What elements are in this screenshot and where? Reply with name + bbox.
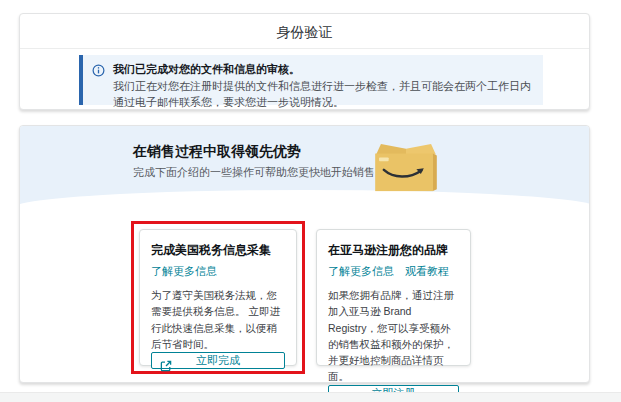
task-links: 了解更多信息: [151, 264, 285, 279]
getting-started-card: 在销售过程中取得领先优势 完成下面介绍的一些操作可帮助您更快地开始销售。 完成美…: [19, 125, 590, 383]
page-background-strip: [0, 392, 621, 402]
task-card-brand: 在亚马逊注册您的品牌 了解更多信息 观看教程 如果您拥有品牌，通过注册加入亚马逊…: [316, 229, 471, 366]
watch-tutorial-link[interactable]: 观看教程: [405, 264, 449, 279]
alert-body: 我们正在对您在注册时提供的文件和信息进行进一步检查，并且可能会在两个工作日内通过…: [113, 79, 533, 111]
page-title: 身份验证: [20, 14, 589, 49]
section-subtitle: 完成下面介绍的一些操作可帮助您更快地开始销售。: [133, 165, 386, 180]
info-icon: [92, 63, 105, 105]
alert-content: 我们已完成对您的文件和信息的审核。 我们正在对您在注册时提供的文件和信息进行进一…: [113, 62, 533, 105]
complete-now-button[interactable]: 立即完成: [151, 352, 285, 369]
task-card-body: 如果您拥有品牌，通过注册加入亚马逊 Brand Registry，您可以享受额外…: [328, 287, 459, 385]
section-title: 在销售过程中取得领先优势: [133, 143, 301, 161]
identity-verification-card: 身份验证 我们已完成对您的文件和信息的审核。 我们正在对您在注册时提供的文件和信…: [19, 13, 590, 110]
info-alert: 我们已完成对您的文件和信息的审核。 我们正在对您在注册时提供的文件和信息进行进一…: [79, 55, 543, 105]
alert-heading: 我们已完成对您的文件和信息的审核。: [113, 62, 533, 77]
amazon-box-icon: [369, 142, 443, 194]
learn-more-link[interactable]: 了解更多信息: [328, 264, 394, 279]
learn-more-link[interactable]: 了解更多信息: [151, 264, 217, 279]
button-label: 立即完成: [196, 353, 240, 368]
task-card-title: 在亚马逊注册您的品牌: [328, 242, 459, 259]
highlight-border: 完成美国税务信息采集 了解更多信息 为了遵守美国税务法规，您需要提供税务信息。 …: [131, 221, 305, 374]
task-card-body: 为了遵守美国税务法规，您需要提供税务信息。 立即进行此快速信息采集，以便稍后节省…: [151, 287, 285, 352]
seller-central-page: 身份验证 我们已完成对您的文件和信息的审核。 我们正在对您在注册时提供的文件和信…: [0, 0, 621, 402]
task-card-title: 完成美国税务信息采集: [151, 242, 285, 259]
task-card-tax: 完成美国税务信息采集 了解更多信息 为了遵守美国税务法规，您需要提供税务信息。 …: [139, 229, 297, 366]
external-link-icon: [160, 358, 172, 376]
task-links: 了解更多信息 观看教程: [328, 264, 459, 279]
